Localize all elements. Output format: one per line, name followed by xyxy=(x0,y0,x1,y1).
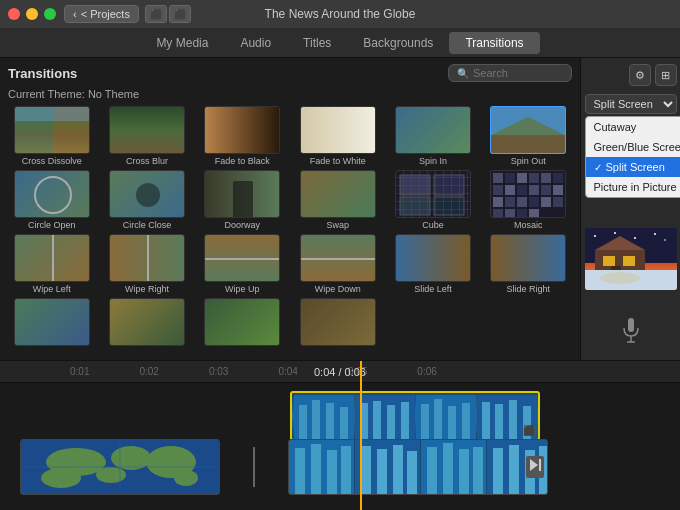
list-item[interactable]: Wipe Left xyxy=(6,234,97,294)
viewer-settings-icon[interactable]: ⚙ xyxy=(629,64,651,86)
transition-thumb-wipe-up[interactable] xyxy=(204,234,280,282)
svg-rect-22 xyxy=(541,185,551,195)
list-item[interactable] xyxy=(197,298,288,346)
traffic-lights xyxy=(8,8,56,20)
svg-point-50 xyxy=(600,272,640,284)
svg-rect-65 xyxy=(421,404,429,439)
close-button[interactable] xyxy=(8,8,20,20)
skip-end-icon[interactable] xyxy=(526,456,544,478)
svg-rect-16 xyxy=(541,173,551,183)
nav-forward-button[interactable]: ⬛ xyxy=(169,5,191,23)
projects-button[interactable]: ‹ < Projects xyxy=(64,5,139,23)
transition-thumb-cross-dissolve[interactable] xyxy=(14,106,90,154)
dropdown-item-splitscreen[interactable]: ✓ Split Screen xyxy=(586,157,681,177)
transition-thumb-spin-out[interactable] xyxy=(490,106,566,154)
svg-point-80 xyxy=(174,470,198,486)
dropdown-item-greenblue[interactable]: Green/Blue Screen xyxy=(586,137,681,157)
svg-marker-103 xyxy=(530,459,538,471)
svg-rect-99 xyxy=(493,448,503,494)
transition-thumb-fade-black[interactable] xyxy=(204,106,280,154)
transition-thumb-spin-in[interactable] xyxy=(395,106,471,154)
preview-thumbnail xyxy=(585,228,677,290)
svg-rect-11 xyxy=(434,197,464,215)
tab-my-media[interactable]: My Media xyxy=(140,32,224,54)
playhead-time: 0:04 / 0:06 xyxy=(314,366,366,378)
transition-thumb-partial2[interactable] xyxy=(109,298,185,346)
svg-rect-27 xyxy=(529,197,539,207)
svg-rect-47 xyxy=(623,256,635,266)
ruler-mark: 0:04 xyxy=(278,366,297,377)
list-item[interactable]: Wipe Down xyxy=(292,234,383,294)
list-item[interactable] xyxy=(292,298,383,346)
transition-thumb-slide-right[interactable] xyxy=(490,234,566,282)
search-input[interactable] xyxy=(473,67,563,79)
clip-waterfall[interactable]: ⬛ xyxy=(290,391,540,441)
svg-point-42 xyxy=(654,233,656,235)
list-item[interactable]: Cube xyxy=(387,170,478,230)
list-item[interactable]: Circle Close xyxy=(101,170,192,230)
titlebar: ‹ < Projects ⬛ ⬛ The News Around the Glo… xyxy=(0,0,680,28)
list-item[interactable]: Swap xyxy=(292,170,383,230)
transition-thumb-cube[interactable] xyxy=(395,170,471,218)
svg-rect-67 xyxy=(448,406,456,439)
transition-thumb-mosaic[interactable] xyxy=(490,170,566,218)
svg-rect-95 xyxy=(443,443,453,494)
list-item[interactable]: Slide Left xyxy=(387,234,478,294)
list-item[interactable]: Fade to White xyxy=(292,106,383,166)
transition-thumb-partial3[interactable] xyxy=(204,298,280,346)
list-item[interactable]: Mosaic xyxy=(483,170,574,230)
minimize-button[interactable] xyxy=(26,8,38,20)
nav-back-button[interactable]: ⬛ xyxy=(145,5,167,23)
svg-rect-90 xyxy=(377,449,387,494)
svg-rect-62 xyxy=(387,405,395,439)
list-item[interactable] xyxy=(6,298,97,346)
tab-backgrounds[interactable]: Backgrounds xyxy=(347,32,449,54)
transition-thumb-swap[interactable] xyxy=(300,170,376,218)
dropdown-item-cutaway[interactable]: Cutaway xyxy=(586,117,681,137)
tab-transitions[interactable]: Transitions xyxy=(449,32,539,54)
list-item[interactable]: Cross Blur xyxy=(101,106,192,166)
transition-thumb-partial1[interactable] xyxy=(14,298,90,346)
view-mode-dropdown[interactable]: Split Screen Cutaway Green/Blue Screen P… xyxy=(585,94,677,114)
svg-rect-97 xyxy=(473,447,483,494)
tab-audio[interactable]: Audio xyxy=(224,32,287,54)
svg-rect-61 xyxy=(373,401,381,439)
transition-thumb-circle-close[interactable] xyxy=(109,170,185,218)
list-item[interactable]: Wipe Up xyxy=(197,234,288,294)
search-box[interactable]: 🔍 xyxy=(448,64,572,82)
list-item[interactable]: Doorway xyxy=(197,170,288,230)
svg-rect-0 xyxy=(15,107,53,154)
fullscreen-icon[interactable]: ⊞ xyxy=(655,64,677,86)
list-item[interactable]: Circle Open xyxy=(6,170,97,230)
list-item[interactable]: Wipe Right xyxy=(101,234,192,294)
thumb-label: Slide Left xyxy=(414,284,452,294)
transition-thumb-doorway[interactable] xyxy=(204,170,280,218)
svg-rect-104 xyxy=(539,459,541,471)
thumb-label: Spin In xyxy=(419,156,447,166)
dropdown-container: Split Screen Cutaway Green/Blue Screen P… xyxy=(585,94,677,114)
transition-thumb-circle-open[interactable] xyxy=(14,170,90,218)
transition-thumb-wipe-down[interactable] xyxy=(300,234,376,282)
svg-rect-68 xyxy=(462,403,470,439)
transition-thumb-wipe-right[interactable] xyxy=(109,234,185,282)
list-item[interactable]: Fade to Black xyxy=(197,106,288,166)
list-item[interactable] xyxy=(101,298,192,346)
transition-thumb-wipe-left[interactable] xyxy=(14,234,90,282)
dropdown-item-pip[interactable]: Picture in Picture xyxy=(586,177,681,197)
transition-thumb-cross-blur[interactable] xyxy=(109,106,185,154)
transition-thumb-slide-left[interactable] xyxy=(395,234,471,282)
list-item[interactable]: Slide Right xyxy=(483,234,574,294)
list-item[interactable]: Spin Out xyxy=(483,106,574,166)
list-item[interactable]: Spin In xyxy=(387,106,478,166)
transition-thumb-fade-white[interactable] xyxy=(300,106,376,154)
transition-thumb-partial4[interactable] xyxy=(300,298,376,346)
svg-point-40 xyxy=(614,232,616,234)
maximize-button[interactable] xyxy=(44,8,56,20)
svg-rect-31 xyxy=(505,209,515,217)
clip-world-map[interactable] xyxy=(20,439,220,495)
svg-rect-12 xyxy=(493,173,503,183)
tab-titles[interactable]: Titles xyxy=(287,32,347,54)
pip-label: Picture in Picture xyxy=(594,181,677,193)
list-item[interactable]: Cross Dissolve xyxy=(6,106,97,166)
clip-waterfall-main[interactable] xyxy=(288,439,548,495)
